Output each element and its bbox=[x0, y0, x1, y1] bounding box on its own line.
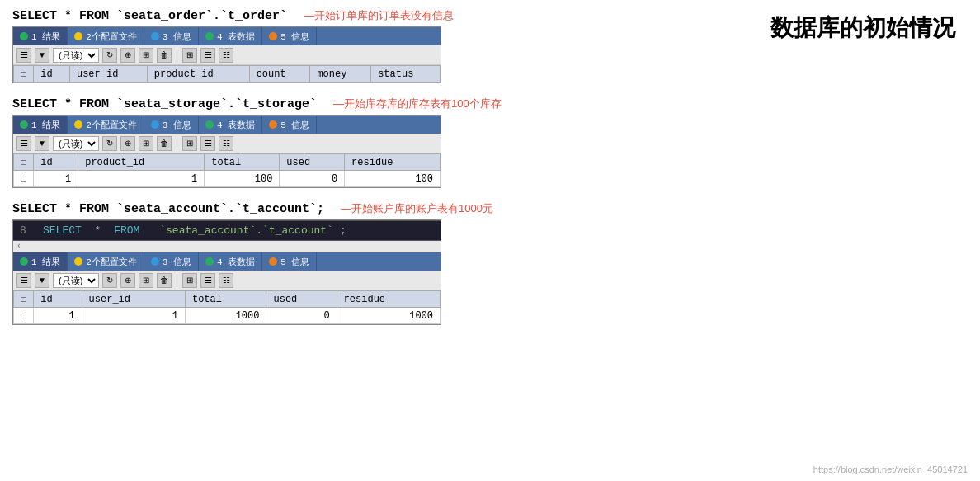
code-table-ref: `seata_account`.`t_account` bbox=[159, 224, 333, 237]
sql-text-3: SELECT * FROM `seata_account`.`t_account… bbox=[12, 202, 324, 216]
toolbar-delete-btn-1[interactable]: 🗑 bbox=[157, 48, 172, 63]
toolbar-delete-btn-3[interactable]: 🗑 bbox=[157, 273, 172, 288]
tab-2-config[interactable]: 2个配置文件 bbox=[68, 116, 144, 134]
tab-1-results[interactable]: 1 结果 bbox=[13, 27, 68, 45]
tab-icon-tabledata-2 bbox=[205, 120, 214, 129]
tab-2-info[interactable]: 3 信息 bbox=[144, 116, 199, 134]
tab-1-info2[interactable]: 5 信息 bbox=[262, 27, 317, 45]
toolbar-copy-btn-3[interactable]: ⊕ bbox=[120, 273, 135, 288]
section-account: SELECT * FROM `seata_account`.`t_account… bbox=[12, 201, 968, 328]
sql-comment-2: —开始库存库的库存表有100个库存 bbox=[333, 97, 502, 111]
tab-label-tabledata-1: 4 表数据 bbox=[217, 31, 255, 43]
tab-label-tabledata-3: 4 表数据 bbox=[217, 256, 255, 268]
toolbar-3: ☰ ▼ (只读) ↻ ⊕ ⊞ 🗑 ⊞ ☰ ☷ bbox=[13, 271, 441, 290]
col-used-2: used bbox=[280, 154, 345, 171]
code-from-kw: FROM bbox=[114, 224, 139, 237]
tab-icon-config-1 bbox=[74, 32, 82, 40]
tab-2-results[interactable]: 1 结果 bbox=[13, 116, 68, 134]
scroll-indicator-3: ‹ bbox=[13, 241, 441, 252]
toolbar-grid-btn-3[interactable]: ⊞ bbox=[182, 273, 197, 288]
tab-icon-config-2 bbox=[74, 120, 82, 129]
td-residue-3: 1000 bbox=[337, 308, 440, 324]
code-area-3: 8 SELECT * FROM `seata_account`.`t_accou… bbox=[13, 220, 441, 241]
toolbar-form-btn-3[interactable]: ☷ bbox=[219, 273, 233, 288]
toolbar-readonly-select-1[interactable]: (只读) bbox=[53, 48, 99, 63]
toolbar-grid-btn-1[interactable]: ⊞ bbox=[182, 48, 197, 63]
toolbar-menu-btn-2[interactable]: ☰ bbox=[16, 136, 31, 151]
tab-icon-info2-2 bbox=[269, 120, 277, 129]
toolbar-list-btn-2[interactable]: ☰ bbox=[200, 136, 215, 151]
col-used-3: used bbox=[266, 291, 337, 308]
tab-3-info2[interactable]: 5 信息 bbox=[262, 252, 317, 271]
tab-label-info-1: 3 信息 bbox=[163, 31, 191, 43]
result-table-2: ☐ id product_id total used residue ☐ 1 1… bbox=[13, 153, 441, 187]
toolbar-copy-btn-1[interactable]: ⊕ bbox=[120, 48, 135, 63]
tab-icon-results-3 bbox=[20, 257, 28, 266]
code-semicolon: ; bbox=[340, 224, 346, 237]
toolbar-list-btn-1[interactable]: ☰ bbox=[200, 48, 215, 63]
watermark: https://blog.csdn.net/weixin_45014721 bbox=[813, 464, 968, 474]
td-total-3: 1000 bbox=[185, 308, 266, 324]
tab-icon-results-2 bbox=[20, 120, 28, 129]
toolbar-delete-btn-2[interactable]: 🗑 bbox=[157, 136, 172, 151]
tab-3-results[interactable]: 1 结果 bbox=[13, 252, 68, 271]
toolbar-readonly-select-3[interactable]: (只读) bbox=[53, 273, 99, 288]
tab-label-results-3: 1 结果 bbox=[31, 256, 60, 268]
sql-comment-3: —开始账户库的账户表有1000元 bbox=[341, 201, 493, 216]
toolbar-paste-btn-1[interactable]: ⊞ bbox=[139, 48, 153, 63]
col-id-3: id bbox=[34, 291, 82, 308]
tab-2-tabledata[interactable]: 4 表数据 bbox=[199, 116, 262, 134]
col-userid-3: user_id bbox=[82, 291, 185, 308]
toolbar-refresh-btn-2[interactable]: ↻ bbox=[102, 136, 117, 151]
tab-label-results-1: 1 结果 bbox=[31, 31, 60, 43]
scroll-left-arrow: ‹ bbox=[16, 242, 21, 251]
tab-3-tabledata[interactable]: 4 表数据 bbox=[199, 252, 262, 271]
toolbar-dropdown-btn-1[interactable]: ▼ bbox=[35, 48, 49, 63]
toolbar-grid-btn-2[interactable]: ⊞ bbox=[182, 136, 197, 151]
toolbar-sep-2 bbox=[177, 137, 177, 150]
section-storage: SELECT * FROM `seata_storage`.`t_storage… bbox=[12, 97, 968, 191]
tab-2-info2[interactable]: 5 信息 bbox=[262, 116, 317, 134]
col-id-2: id bbox=[34, 154, 78, 171]
col-productid-1: product_id bbox=[147, 66, 249, 83]
table-body-3: ☐ 1 1 1000 0 1000 bbox=[14, 308, 441, 324]
col-check-3: ☐ bbox=[14, 291, 34, 308]
toolbar-sep-3 bbox=[177, 274, 177, 287]
tab-icon-info-3 bbox=[151, 257, 159, 266]
tab-3-config[interactable]: 2个配置文件 bbox=[68, 252, 144, 271]
tab-1-info[interactable]: 3 信息 bbox=[144, 27, 199, 45]
table-row: ☐ 1 1 100 0 100 bbox=[14, 171, 441, 187]
col-residue-3: residue bbox=[337, 291, 440, 308]
col-total-2: total bbox=[205, 154, 280, 171]
toolbar-1: ☰ ▼ (只读) ↻ ⊕ ⊞ 🗑 ⊞ ☰ ☷ bbox=[13, 45, 441, 65]
toolbar-form-btn-1[interactable]: ☷ bbox=[219, 48, 233, 63]
tab-3-info[interactable]: 3 信息 bbox=[144, 252, 199, 271]
toolbar-dropdown-btn-3[interactable]: ▼ bbox=[35, 273, 49, 288]
toolbar-menu-btn-3[interactable]: ☰ bbox=[16, 273, 31, 288]
tab-bar-2: 1 结果 2个配置文件 3 信息 4 表数据 5 信息 bbox=[13, 116, 441, 134]
toolbar-form-btn-2[interactable]: ☷ bbox=[219, 136, 233, 151]
toolbar-list-btn-3[interactable]: ☰ bbox=[200, 273, 215, 288]
toolbar-paste-btn-3[interactable]: ⊞ bbox=[139, 273, 153, 288]
toolbar-refresh-btn-3[interactable]: ↻ bbox=[102, 273, 117, 288]
tab-1-config[interactable]: 2个配置文件 bbox=[68, 27, 144, 45]
tab-1-tabledata[interactable]: 4 表数据 bbox=[199, 27, 262, 45]
toolbar-paste-btn-2[interactable]: ⊞ bbox=[139, 136, 153, 151]
page-title: 数据库的初始情况 bbox=[770, 12, 955, 44]
toolbar-readonly-select-2[interactable]: (只读) bbox=[53, 136, 99, 151]
code-select-kw: SELECT bbox=[43, 224, 82, 237]
table-header-1: ☐ id user_id product_id count money stat… bbox=[14, 66, 441, 83]
col-userid-1: user_id bbox=[69, 66, 147, 83]
col-total-3: total bbox=[185, 291, 266, 308]
table-row: ☐ 1 1 1000 0 1000 bbox=[14, 308, 441, 324]
col-productid-2: product_id bbox=[78, 154, 205, 171]
toolbar-menu-btn-1[interactable]: ☰ bbox=[16, 48, 31, 63]
toolbar-dropdown-btn-2[interactable]: ▼ bbox=[35, 136, 49, 151]
code-star: * bbox=[88, 224, 107, 237]
toolbar-copy-btn-2[interactable]: ⊕ bbox=[120, 136, 135, 151]
tab-icon-tabledata-3 bbox=[205, 257, 214, 266]
toolbar-refresh-btn-1[interactable]: ↻ bbox=[102, 48, 117, 63]
db-panel-1: 1 结果 2个配置文件 3 信息 4 表数据 5 信息 bbox=[12, 26, 441, 83]
td-userid-3: 1 bbox=[82, 308, 185, 324]
table-header-3: ☐ id user_id total used residue bbox=[14, 291, 441, 308]
